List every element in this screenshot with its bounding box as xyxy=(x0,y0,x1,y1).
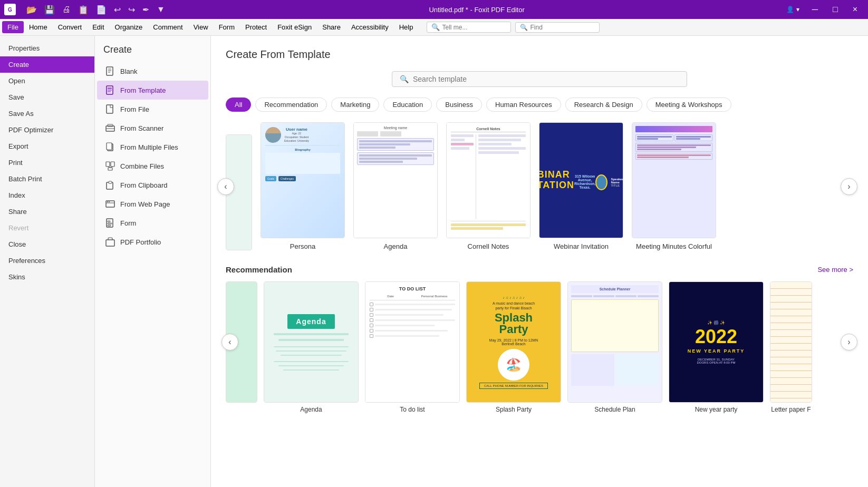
menu-edit[interactable]: Edit xyxy=(87,21,109,33)
create-pdf-portfolio[interactable]: PDF Portfolio xyxy=(97,232,208,251)
menu-comment[interactable]: Comment xyxy=(148,21,188,33)
create-from-template[interactable]: From Template xyxy=(97,81,208,100)
sidebar-item-index[interactable]: Index xyxy=(0,187,94,203)
search-input[interactable] xyxy=(413,75,679,83)
chip-meeting-workshops[interactable]: Meeting & Workshops xyxy=(647,98,731,112)
menu-foxit-esign[interactable]: Foxit eSign xyxy=(272,21,317,33)
sidebar-item-pdf-optimizer[interactable]: PDF Optimizer xyxy=(0,122,94,138)
create-blank-label: Blank xyxy=(120,67,138,75)
create-from-webpage-label: From Web Page xyxy=(120,200,170,208)
template-card-cornell-notes[interactable]: Cornell Notes xyxy=(446,122,531,250)
redo-tool-icon[interactable]: ↪ xyxy=(126,4,137,16)
find-bar[interactable]: 🔍 xyxy=(515,22,600,33)
menu-help[interactable]: Help xyxy=(394,21,419,33)
menu-form[interactable]: Form xyxy=(214,21,240,33)
minimize-button[interactable]: ─ xyxy=(806,3,824,16)
sidebar-item-save-as[interactable]: Save As xyxy=(0,105,94,122)
svg-point-26 xyxy=(109,201,110,202)
rec-card-splash-party[interactable]: ♪ ♫ ♪ ♫ ♪ ♫ ♪ A music and dance beach pa… xyxy=(466,281,561,413)
chip-marketing[interactable]: Marketing xyxy=(331,98,379,112)
print-tool-icon[interactable]: 🖨 xyxy=(60,4,73,15)
menu-file[interactable]: File xyxy=(2,21,24,33)
rec-card-new-year-party[interactable]: ✨ 🎆 ✨ 2022 NEW YEAR PARTY DECEMBER 31, S… xyxy=(669,281,764,413)
svg-rect-29 xyxy=(108,223,112,224)
create-from-file-label: From File xyxy=(120,105,149,113)
template-card-meeting-minutes[interactable]: Meeting Minutes Colorful xyxy=(632,122,716,250)
undo-tool-icon[interactable]: ↩ xyxy=(112,4,123,16)
sidebar-item-open[interactable]: Open xyxy=(0,73,94,89)
open-tool-icon[interactable]: 📂 xyxy=(24,4,39,16)
create-blank[interactable]: Blank xyxy=(97,62,208,81)
menu-view[interactable]: View xyxy=(188,21,214,33)
top-carousel-next[interactable]: › xyxy=(841,178,857,195)
sidebar: Properties Create Open Save Save As PDF … xyxy=(0,36,95,487)
menu-protect[interactable]: Protect xyxy=(240,21,272,33)
template-card-persona[interactable]: User name Age: 22 Occupation: Student Ed… xyxy=(261,122,345,250)
sidebar-item-save[interactable]: Save xyxy=(0,89,94,105)
template-card-agenda[interactable]: Meeting name xyxy=(353,122,438,250)
dropdown-tool-icon[interactable]: ▼ xyxy=(155,4,167,15)
rec-card-letter-paper[interactable]: Letter paper F xyxy=(770,281,812,413)
top-carousel-prev[interactable]: ‹ xyxy=(217,178,234,195)
chip-business[interactable]: Business xyxy=(436,98,482,112)
chip-human-resources[interactable]: Human Resources xyxy=(486,98,561,112)
create-from-file[interactable]: From File xyxy=(97,100,208,119)
see-more-link[interactable]: See more > xyxy=(817,266,853,274)
chip-recommendation[interactable]: Recommendation xyxy=(255,98,327,112)
create-form[interactable]: Form xyxy=(97,213,208,232)
sidebar-item-print[interactable]: Print xyxy=(0,154,94,171)
sidebar-item-export[interactable]: Export xyxy=(0,138,94,154)
sidebar-item-revert: Revert xyxy=(0,220,94,236)
rec-card-todo[interactable]: TO DO LIST Date Personal Business xyxy=(365,281,460,413)
sidebar-item-share[interactable]: Share xyxy=(0,203,94,220)
multi-doc-icon xyxy=(105,142,115,152)
create-from-scanner[interactable]: From Scanner xyxy=(97,119,208,138)
menu-share[interactable]: Share xyxy=(317,21,346,33)
rec-carousel-prev[interactable]: ‹ xyxy=(221,334,238,350)
sidebar-item-skins[interactable]: Skins xyxy=(0,269,94,285)
rec-carousel-wrapper: ‹ Agenda xyxy=(226,281,853,413)
svg-rect-10 xyxy=(107,105,113,113)
save-tool-icon[interactable]: 💾 xyxy=(42,4,57,16)
create-from-scanner-label: From Scanner xyxy=(120,124,163,132)
file-icon xyxy=(105,104,115,114)
svg-rect-16 xyxy=(106,162,110,167)
rec-new-year-label: New year party xyxy=(669,406,764,413)
menu-accessibility[interactable]: Accessibility xyxy=(346,21,394,33)
maximize-button[interactable]: □ xyxy=(826,3,844,16)
create-from-multiple[interactable]: From Multiple Files xyxy=(97,138,208,157)
create-from-multiple-label: From Multiple Files xyxy=(120,143,178,151)
template-search[interactable]: 🔍 xyxy=(392,71,687,87)
signature-tool-icon[interactable]: ✒ xyxy=(140,4,151,16)
create-from-webpage[interactable]: From Web Page xyxy=(97,194,208,213)
close-button[interactable]: × xyxy=(846,3,864,16)
account-icon[interactable]: 👤 ▾ xyxy=(786,6,799,13)
rec-card-schedule-plan[interactable]: Schedule Planner xyxy=(567,281,662,413)
svg-rect-7 xyxy=(108,87,112,89)
tell-me-icon: 🔍 xyxy=(431,23,440,31)
sidebar-item-batch-print[interactable]: Batch Print xyxy=(0,171,94,187)
create-from-clipboard[interactable]: From Clipboard xyxy=(97,176,208,194)
chip-education[interactable]: Education xyxy=(383,98,432,112)
create-combine[interactable]: Combine Files xyxy=(97,157,208,176)
main-layout: Properties Create Open Save Save As PDF … xyxy=(0,36,868,487)
sidebar-item-close[interactable]: Close xyxy=(0,236,94,252)
tell-me-input[interactable] xyxy=(442,24,505,31)
sidebar-item-create[interactable]: Create xyxy=(0,56,94,73)
copy-tool-icon[interactable]: 📋 xyxy=(76,4,91,16)
chip-research-design[interactable]: Research & Design xyxy=(565,98,642,112)
svg-rect-18 xyxy=(108,168,112,170)
menu-home[interactable]: Home xyxy=(24,21,53,33)
find-input[interactable] xyxy=(530,24,593,31)
chip-all[interactable]: All xyxy=(226,98,251,112)
sidebar-item-preferences[interactable]: Preferences xyxy=(0,252,94,269)
tell-me-bar[interactable]: 🔍 xyxy=(427,22,511,33)
rec-carousel-next[interactable]: › xyxy=(841,334,857,350)
sidebar-item-properties[interactable]: Properties xyxy=(0,40,94,56)
menu-organize[interactable]: Organize xyxy=(110,21,148,33)
paste-tool-icon[interactable]: 📄 xyxy=(94,4,109,16)
rec-card-agenda[interactable]: Agenda Agenda xyxy=(264,281,359,413)
menu-convert[interactable]: Convert xyxy=(53,21,88,33)
create-from-clipboard-label: From Clipboard xyxy=(120,181,168,189)
template-card-webinar[interactable]: WEBINARINVITATION 315 Wiloow Avenue, Ric… xyxy=(539,122,623,250)
